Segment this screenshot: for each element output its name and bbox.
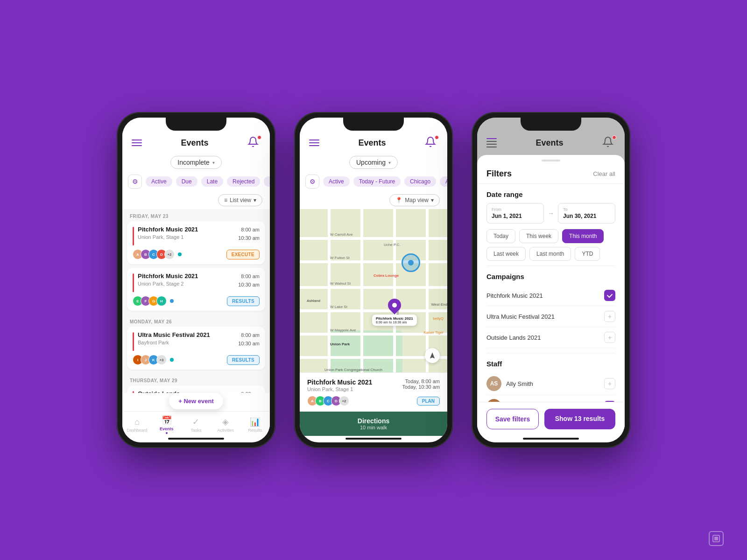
btn-this-month[interactable]: This month (562, 229, 604, 243)
new-event-btn[interactable]: + New event (169, 393, 223, 409)
event-card-3[interactable]: Ultra Music Festival 2021 Bayfront Park … (127, 327, 265, 370)
view-toggle-row-2: 📍 Map view ▾ (300, 191, 447, 209)
filter-dropdown-row-2: Upcoming ▾ (300, 153, 447, 172)
nav-tasks-1[interactable]: ✓ Tasks (183, 417, 209, 433)
filters-header: Filters Clear all (477, 161, 625, 184)
phone-3: Events Filters Clear al (472, 112, 630, 448)
directions-btn[interactable]: Directions 10 min walk (300, 412, 447, 436)
page-title-2: Events (358, 138, 386, 148)
avatars-2: E F G H (133, 296, 174, 306)
badge-results-3: RESULTS (227, 355, 260, 365)
avatars-3: I J K +3 (133, 355, 174, 365)
btn-today[interactable]: Today (486, 229, 515, 243)
notification-badge-3 (612, 135, 616, 140)
event-card-4[interactable]: Outside Lands Golden Gate Park 8:00 am (127, 385, 265, 393)
bottom-nav-1: ⌂ Dashboard 📅 Events ✓ Tasks ◈ Activ (122, 411, 270, 436)
date-to[interactable]: To Jun 30, 2021 (558, 203, 615, 224)
campaign-checkbox-2[interactable]: + (604, 332, 615, 343)
home-indicator-1 (168, 438, 224, 440)
save-filters-btn[interactable]: Save filters (486, 409, 539, 429)
nav-dashboard-1[interactable]: ⌂ Dashboard (124, 417, 150, 433)
dropdown-chip-1[interactable]: Incomplete ▾ (170, 156, 221, 169)
notification-badge-1 (257, 135, 261, 140)
badge-results-2: RESULTS (227, 296, 260, 306)
page-title-3: Events (536, 138, 563, 148)
page-title-1: Events (181, 138, 208, 148)
map-view-btn[interactable]: 📍 Map view ▾ (389, 194, 440, 206)
staff-item-1: AM Amanda Miller (486, 395, 615, 402)
show-results-btn[interactable]: Show 13 results (544, 409, 615, 429)
navigation-icon[interactable] (425, 348, 440, 363)
event-list-1: FRIDAY, MAY 23 Pitchfork Music 2021 Unio… (122, 209, 270, 393)
nav-activities-1[interactable]: ◈ Activities (213, 417, 239, 433)
popup-avatars: A B C D +2 (307, 396, 347, 406)
campaign-checkbox-1[interactable]: + (604, 311, 615, 322)
nav-results-1[interactable]: 📊 Results (242, 417, 268, 433)
badge-plan: PLAN (417, 397, 440, 406)
badge-execute-1: EXECUTE (226, 250, 260, 259)
event-bar-1 (133, 227, 134, 245)
filter-icon-btn-1[interactable]: ⚙ (128, 175, 142, 189)
street-maypole: W Maypole Ave (330, 328, 356, 332)
event-marker[interactable]: Pitchfork Music 2021 8:00 am to 10:30 am (372, 299, 417, 326)
filter-dropdown-row-1: Incomplete ▾ (122, 153, 270, 172)
park-area (328, 330, 402, 372)
menu-icon-1[interactable] (132, 138, 142, 148)
list-view-btn[interactable]: ≡ List view ▾ (218, 194, 262, 206)
filters-panel: Filters Clear all Date range From Jun 1,… (477, 155, 625, 442)
menu-icon-2[interactable] (309, 138, 319, 148)
event-card-1[interactable]: Pitchfork Music 2021 Union Park, Stage 1… (127, 221, 265, 264)
campaign-checkbox-0[interactable] (604, 290, 615, 301)
street-carroll-1: W Carroll Ave (330, 232, 353, 237)
event-bar-4 (133, 391, 134, 393)
tag-amanda-1[interactable]: Amanda M (264, 176, 270, 187)
dropdown-chip-2[interactable]: Upcoming ▾ (349, 156, 398, 169)
btn-last-month[interactable]: Last month (529, 247, 571, 261)
home-indicator-2 (345, 438, 402, 440)
tag-rejected-1[interactable]: Rejected (227, 176, 260, 187)
notch-3 (521, 118, 581, 131)
tag-late-1[interactable]: Late (201, 176, 223, 187)
btn-ytd[interactable]: YTD (575, 247, 600, 261)
notch-2 (343, 118, 404, 131)
tags-row-2: ⚙ Active Today - Future Chicago Amanda (300, 172, 447, 191)
header-2: Events (300, 132, 447, 153)
header-1: Events (122, 132, 270, 153)
notch-1 (166, 118, 226, 131)
event-card-2[interactable]: Pitchfork Music 2021 Union Park, Stage 2… (127, 268, 265, 311)
tag-today-2[interactable]: Today - Future (353, 176, 401, 187)
event-popup: Pitchfork Music 2021 Union Park, Stage 1… (300, 372, 447, 412)
tag-due-1[interactable]: Due (176, 176, 197, 187)
bell-icon-1[interactable] (247, 136, 261, 149)
menu-icon-3[interactable] (486, 136, 497, 149)
map-container[interactable]: W Carroll Ave W Fulton St W Walnut St W … (300, 209, 447, 372)
date-from[interactable]: From Jun 1, 2021 (486, 203, 544, 224)
staff-checkbox-0[interactable]: + (604, 378, 615, 389)
btn-last-week[interactable]: Last week (486, 247, 526, 261)
date-arrow: → (548, 210, 554, 217)
my-location-marker[interactable] (402, 253, 420, 272)
phones-container: Events Incomplete ▾ (117, 112, 630, 448)
watermark (709, 531, 724, 546)
date-range-row: From Jun 1, 2021 → To Jun 30, 2021 (486, 203, 615, 224)
tag-active-2[interactable]: Active (323, 176, 350, 187)
header-3: Events (477, 132, 625, 153)
date-header-may29: THURSDAY, MAY 29 (122, 373, 270, 385)
tags-row-1: ⚙ Active Due Late Rejected Amanda M (122, 172, 270, 191)
tag-active-1[interactable]: Active (146, 176, 172, 187)
bell-icon-3[interactable] (602, 136, 615, 149)
street-fulton: W Fulton St (330, 256, 350, 260)
tag-chicago-2[interactable]: Chicago (404, 176, 436, 187)
filter-icon-btn-2[interactable]: ⚙ (305, 175, 319, 189)
nav-events-1[interactable]: 📅 Events (154, 415, 179, 434)
date-quick-btns: Today This week This month Last week Las… (486, 229, 615, 261)
phone-2: Events Upcoming ▾ (294, 112, 453, 448)
date-header-may23: FRIDAY, MAY 23 (122, 209, 270, 221)
staff-item-0: AS Ally Smith + (486, 372, 615, 395)
tag-amanda-2[interactable]: Amanda (440, 176, 447, 187)
campaign-item-1: Ultra Music Festival 2021 + (486, 306, 615, 327)
btn-this-week[interactable]: This week (519, 229, 558, 243)
view-toggle-row-1: ≡ List view ▾ (122, 191, 270, 209)
campaign-item-2: Outside Lands 2021 + (486, 327, 615, 348)
bell-icon-2[interactable] (425, 136, 438, 149)
